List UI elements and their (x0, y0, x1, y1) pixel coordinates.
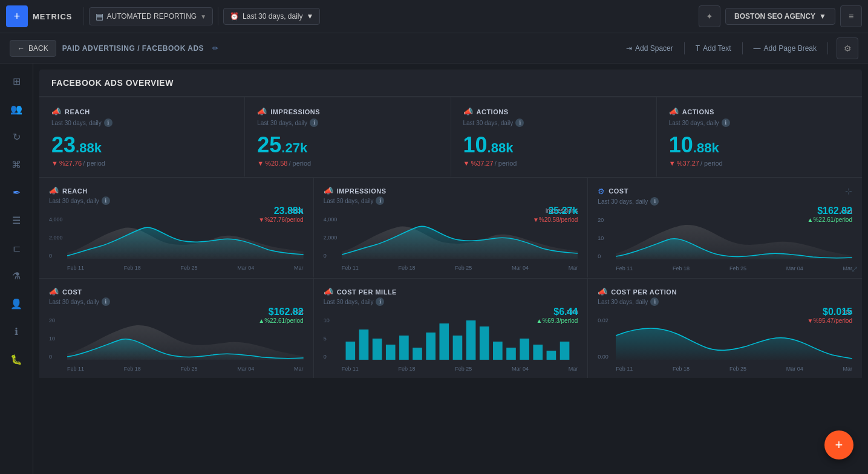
nav-separator-2 (218, 7, 218, 25)
spacer-icon: ⇥ (626, 44, 632, 53)
magic-icon-button[interactable]: ✦ (699, 5, 720, 27)
add-page-break-label: Add Page Break (764, 44, 817, 53)
sidebar-item-list[interactable]: ☰ (5, 209, 28, 232)
chart-header-cost2: 📣 COST (49, 287, 304, 296)
y-labels-reach: 4,000 2,000 0 (49, 216, 67, 259)
toolbar-sep-1 (684, 42, 685, 54)
kpi-value-impressions: 25.27k (257, 134, 438, 156)
time-range-label: Last 30 days, daily (243, 12, 302, 21)
svg-rect-16 (560, 342, 569, 360)
kpi-title-actions2: ACTIONS (682, 108, 714, 115)
time-range-dropdown[interactable]: ⏰ Last 30 days, daily ▼ (223, 8, 320, 25)
back-arrow-icon: ← (18, 44, 25, 53)
chart-val-cost1: $162.82 (808, 206, 852, 216)
chart-area-impressions: 4,000 2,000 0 (324, 216, 578, 271)
kpi-subtitle-impressions: Last 30 days, daily ℹ (257, 118, 438, 127)
chart-svg-cpa (616, 317, 852, 360)
flask-icon: ⚗ (12, 270, 21, 282)
info-dot-reach: ℹ (104, 118, 113, 127)
add-button[interactable]: + (6, 5, 28, 27)
svg-rect-7 (439, 323, 449, 360)
chart-area-cost2: 20 10 0 (49, 317, 304, 372)
breadcrumb: PAID ADVERTISING / FACEBOOK ADS (62, 44, 204, 53)
svg-rect-1 (359, 330, 368, 360)
back-button[interactable]: ← BACK (10, 40, 56, 57)
dropdown-arrow-icon: ▼ (200, 13, 206, 20)
kpi-title-actions1: ACTIONS (477, 108, 509, 115)
sidebar-item-grid[interactable]: ⊞ (5, 70, 28, 93)
bank-icon: ⊏ (13, 242, 21, 254)
agency-label: BOSTON SEO AGENCY (734, 12, 815, 21)
chart-val-cpm: $6.44 (536, 307, 578, 317)
chart-header-impressions: 📣 IMPRESSIONS (324, 186, 578, 195)
add-spacer-button[interactable]: ⇥ Add Spacer (621, 42, 678, 55)
chart-row-2: 📣 COST Last 30 days, daily ℹ cost $162.8… (39, 278, 862, 378)
sidebar-item-bank[interactable]: ⊏ (5, 236, 28, 259)
magic-icon: ✦ (706, 11, 713, 21)
chart-svg-cost2 (67, 317, 304, 360)
main-content: FACEBOOK ADS OVERVIEW 📣 REACH Last 30 da… (33, 63, 868, 474)
chart-area-cpa: 0.02 0.00 (598, 317, 852, 372)
chart-title-cost2: COST (62, 288, 82, 296)
doc-icon: ▤ (96, 11, 103, 21)
megaphone-icon-chart-cost2: 📣 (49, 287, 59, 296)
sidebar-item-refresh[interactable]: ↻ (5, 125, 28, 148)
agency-arrow-icon: ▼ (819, 12, 826, 21)
megaphone-icon-impressions: 📣 (257, 107, 267, 116)
kpi-change-impressions: ▼ %20.58 / period (257, 160, 438, 167)
info-dot-chart-cpm: ℹ (376, 297, 384, 306)
text-icon: T (696, 44, 700, 53)
chart-header-cost1: ⚙ COST ⊹ (598, 186, 852, 196)
sidebar-item-users[interactable]: 👥 (5, 97, 28, 120)
main-layout: ⊞ 👥 ↻ ⌘ ✒ ☰ ⊏ ⚗ 👤 ℹ 🐛 FACEBOOK ADS OVERV… (0, 63, 868, 474)
menu-button[interactable]: ≡ (840, 5, 862, 27)
kpi-card-actions2: 📣 ACTIONS Last 30 days, daily ℹ 10.88k ▼… (657, 97, 862, 177)
chart-subtitle-cpa: Last 30 days, daily ℹ (598, 297, 852, 306)
drag-handle-cost1[interactable]: ⊹ (845, 186, 852, 196)
x-labels-reach: Feb 11 Feb 18 Feb 25 Mar 04 Mar (67, 265, 304, 271)
chart-subtitle-cost2: Last 30 days, daily ℹ (49, 297, 304, 306)
automated-reporting-dropdown[interactable]: ▤ AUTOMATED REPORTING ▼ (89, 7, 214, 25)
add-page-break-button[interactable]: — Add Page Break (749, 42, 821, 55)
add-text-button[interactable]: T Add Text (691, 42, 736, 55)
kpi-card-reach: 📣 REACH Last 30 days, daily ℹ 23.88k ▼ %… (39, 97, 244, 177)
sidebar-item-info[interactable]: ℹ (5, 320, 28, 343)
sidebar-item-flask[interactable]: ⚗ (5, 264, 28, 287)
svg-rect-4 (399, 336, 409, 360)
info-dot-chart-impressions: ℹ (376, 196, 384, 205)
chart-area-reach: 4,000 2,000 0 (49, 216, 304, 271)
sidebar-item-bezier[interactable]: ⌘ (5, 153, 28, 176)
metrics-label: METRICS (33, 12, 73, 21)
chart-card-cost2: 📣 COST Last 30 days, daily ℹ cost $162.8… (39, 279, 313, 378)
agency-dropdown[interactable]: BOSTON SEO AGENCY ▼ (725, 8, 835, 25)
gear-icon-chart-cost1: ⚙ (598, 187, 605, 196)
chart-val-cost2: $162.82 (258, 307, 303, 317)
chart-card-cost1: ⚙ COST ⊹ Last 30 days, daily ℹ cost $162… (588, 178, 862, 278)
chart-title-reach: REACH (62, 187, 88, 195)
kpi-title-impressions: IMPRESSIONS (270, 108, 320, 115)
kpi-title-reach: REACH (65, 108, 90, 115)
sidebar-item-bug[interactable]: 🐛 (5, 348, 28, 371)
kpi-change-actions2: ▼ %37.27 / period (669, 160, 850, 167)
sidebar-item-pen[interactable]: ✒ (5, 181, 28, 204)
settings-button[interactable]: ⚙ (837, 37, 858, 59)
grid-icon: ⊞ (13, 76, 21, 87)
info-dot-chart-cpa: ℹ (650, 297, 659, 306)
resize-icon-cost1[interactable]: ⤢ (851, 264, 858, 274)
svg-rect-8 (452, 336, 462, 360)
chart-title-cpm: COST PER MILLE (337, 288, 397, 296)
chart-header-reach: 📣 REACH (49, 186, 304, 195)
chart-subtitle-cost1: Last 30 days, daily ℹ (598, 197, 852, 206)
kpi-change-actions1: ▼ %37.27 / period (463, 160, 644, 167)
chart-row-1: 📣 REACH Last 30 days, daily ℹ reach 23.8… (39, 177, 862, 278)
chart-val-cpa: $0.015 (808, 307, 852, 317)
bug-icon: 🐛 (10, 354, 22, 365)
add-spacer-label: Add Spacer (635, 44, 673, 53)
kpi-cards-row: 📣 REACH Last 30 days, daily ℹ 23.88k ▼ %… (39, 97, 862, 177)
fab-add-button[interactable]: + (824, 430, 853, 459)
edit-icon[interactable]: ✏ (212, 44, 218, 53)
sidebar-item-user[interactable]: 👤 (5, 292, 28, 315)
chart-val-impressions: 25.27k (533, 206, 578, 216)
automated-reporting-label: AUTOMATED REPORTING (107, 12, 197, 21)
kpi-card-header-reach: 📣 REACH (51, 107, 232, 116)
